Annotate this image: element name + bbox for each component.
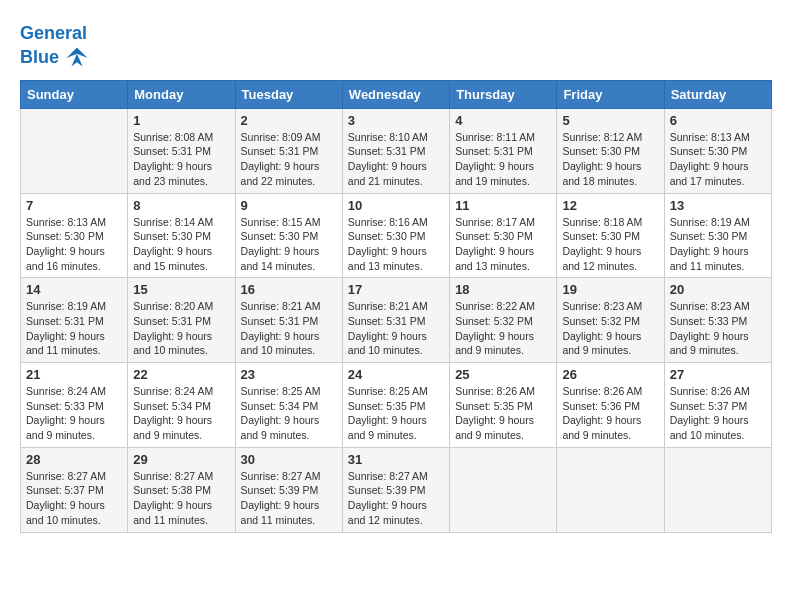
day-info: Sunrise: 8:13 AM Sunset: 5:30 PM Dayligh… — [26, 215, 122, 274]
day-number: 31 — [348, 452, 444, 467]
day-number: 13 — [670, 198, 766, 213]
calendar-table: SundayMondayTuesdayWednesdayThursdayFrid… — [20, 80, 772, 533]
day-cell: 11Sunrise: 8:17 AM Sunset: 5:30 PM Dayli… — [450, 193, 557, 278]
day-number: 4 — [455, 113, 551, 128]
day-number: 30 — [241, 452, 337, 467]
day-cell: 24Sunrise: 8:25 AM Sunset: 5:35 PM Dayli… — [342, 363, 449, 448]
day-info: Sunrise: 8:14 AM Sunset: 5:30 PM Dayligh… — [133, 215, 229, 274]
day-info: Sunrise: 8:24 AM Sunset: 5:33 PM Dayligh… — [26, 384, 122, 443]
column-header-tuesday: Tuesday — [235, 80, 342, 108]
day-cell — [21, 108, 128, 193]
day-number: 17 — [348, 282, 444, 297]
day-info: Sunrise: 8:13 AM Sunset: 5:30 PM Dayligh… — [670, 130, 766, 189]
day-number: 16 — [241, 282, 337, 297]
day-info: Sunrise: 8:27 AM Sunset: 5:39 PM Dayligh… — [348, 469, 444, 528]
day-cell: 8Sunrise: 8:14 AM Sunset: 5:30 PM Daylig… — [128, 193, 235, 278]
day-number: 15 — [133, 282, 229, 297]
day-number: 24 — [348, 367, 444, 382]
day-info: Sunrise: 8:27 AM Sunset: 5:39 PM Dayligh… — [241, 469, 337, 528]
day-cell: 18Sunrise: 8:22 AM Sunset: 5:32 PM Dayli… — [450, 278, 557, 363]
day-info: Sunrise: 8:20 AM Sunset: 5:31 PM Dayligh… — [133, 299, 229, 358]
day-cell: 2Sunrise: 8:09 AM Sunset: 5:31 PM Daylig… — [235, 108, 342, 193]
day-cell: 3Sunrise: 8:10 AM Sunset: 5:31 PM Daylig… — [342, 108, 449, 193]
day-info: Sunrise: 8:26 AM Sunset: 5:35 PM Dayligh… — [455, 384, 551, 443]
day-cell: 25Sunrise: 8:26 AM Sunset: 5:35 PM Dayli… — [450, 363, 557, 448]
day-info: Sunrise: 8:16 AM Sunset: 5:30 PM Dayligh… — [348, 215, 444, 274]
day-number: 29 — [133, 452, 229, 467]
day-number: 5 — [562, 113, 658, 128]
day-number: 7 — [26, 198, 122, 213]
day-number: 28 — [26, 452, 122, 467]
day-info: Sunrise: 8:23 AM Sunset: 5:33 PM Dayligh… — [670, 299, 766, 358]
day-number: 3 — [348, 113, 444, 128]
day-info: Sunrise: 8:08 AM Sunset: 5:31 PM Dayligh… — [133, 130, 229, 189]
header-row: SundayMondayTuesdayWednesdayThursdayFrid… — [21, 80, 772, 108]
day-number: 10 — [348, 198, 444, 213]
day-number: 2 — [241, 113, 337, 128]
column-header-friday: Friday — [557, 80, 664, 108]
day-info: Sunrise: 8:21 AM Sunset: 5:31 PM Dayligh… — [241, 299, 337, 358]
day-info: Sunrise: 8:26 AM Sunset: 5:36 PM Dayligh… — [562, 384, 658, 443]
day-info: Sunrise: 8:11 AM Sunset: 5:31 PM Dayligh… — [455, 130, 551, 189]
day-cell: 5Sunrise: 8:12 AM Sunset: 5:30 PM Daylig… — [557, 108, 664, 193]
day-number: 21 — [26, 367, 122, 382]
day-number: 6 — [670, 113, 766, 128]
day-cell: 1Sunrise: 8:08 AM Sunset: 5:31 PM Daylig… — [128, 108, 235, 193]
day-cell: 7Sunrise: 8:13 AM Sunset: 5:30 PM Daylig… — [21, 193, 128, 278]
day-number: 14 — [26, 282, 122, 297]
day-info: Sunrise: 8:15 AM Sunset: 5:30 PM Dayligh… — [241, 215, 337, 274]
day-cell: 12Sunrise: 8:18 AM Sunset: 5:30 PM Dayli… — [557, 193, 664, 278]
logo-icon — [63, 44, 91, 72]
day-cell: 30Sunrise: 8:27 AM Sunset: 5:39 PM Dayli… — [235, 447, 342, 532]
day-cell: 13Sunrise: 8:19 AM Sunset: 5:30 PM Dayli… — [664, 193, 771, 278]
day-info: Sunrise: 8:19 AM Sunset: 5:30 PM Dayligh… — [670, 215, 766, 274]
day-number: 19 — [562, 282, 658, 297]
day-number: 1 — [133, 113, 229, 128]
day-cell: 28Sunrise: 8:27 AM Sunset: 5:37 PM Dayli… — [21, 447, 128, 532]
day-cell: 26Sunrise: 8:26 AM Sunset: 5:36 PM Dayli… — [557, 363, 664, 448]
day-cell — [664, 447, 771, 532]
day-cell: 6Sunrise: 8:13 AM Sunset: 5:30 PM Daylig… — [664, 108, 771, 193]
column-header-thursday: Thursday — [450, 80, 557, 108]
day-info: Sunrise: 8:24 AM Sunset: 5:34 PM Dayligh… — [133, 384, 229, 443]
week-row-3: 14Sunrise: 8:19 AM Sunset: 5:31 PM Dayli… — [21, 278, 772, 363]
day-info: Sunrise: 8:21 AM Sunset: 5:31 PM Dayligh… — [348, 299, 444, 358]
day-cell: 27Sunrise: 8:26 AM Sunset: 5:37 PM Dayli… — [664, 363, 771, 448]
day-info: Sunrise: 8:10 AM Sunset: 5:31 PM Dayligh… — [348, 130, 444, 189]
day-info: Sunrise: 8:12 AM Sunset: 5:30 PM Dayligh… — [562, 130, 658, 189]
day-cell: 22Sunrise: 8:24 AM Sunset: 5:34 PM Dayli… — [128, 363, 235, 448]
day-number: 22 — [133, 367, 229, 382]
day-cell: 21Sunrise: 8:24 AM Sunset: 5:33 PM Dayli… — [21, 363, 128, 448]
day-cell — [450, 447, 557, 532]
column-header-sunday: Sunday — [21, 80, 128, 108]
day-number: 12 — [562, 198, 658, 213]
day-info: Sunrise: 8:27 AM Sunset: 5:38 PM Dayligh… — [133, 469, 229, 528]
column-header-saturday: Saturday — [664, 80, 771, 108]
week-row-5: 28Sunrise: 8:27 AM Sunset: 5:37 PM Dayli… — [21, 447, 772, 532]
logo-blue-text: Blue — [20, 48, 59, 68]
column-header-monday: Monday — [128, 80, 235, 108]
day-number: 27 — [670, 367, 766, 382]
logo-text: General — [20, 24, 91, 44]
day-info: Sunrise: 8:17 AM Sunset: 5:30 PM Dayligh… — [455, 215, 551, 274]
day-cell: 29Sunrise: 8:27 AM Sunset: 5:38 PM Dayli… — [128, 447, 235, 532]
day-info: Sunrise: 8:18 AM Sunset: 5:30 PM Dayligh… — [562, 215, 658, 274]
day-cell: 14Sunrise: 8:19 AM Sunset: 5:31 PM Dayli… — [21, 278, 128, 363]
header: General Blue — [20, 20, 772, 72]
day-cell: 4Sunrise: 8:11 AM Sunset: 5:31 PM Daylig… — [450, 108, 557, 193]
day-number: 25 — [455, 367, 551, 382]
week-row-2: 7Sunrise: 8:13 AM Sunset: 5:30 PM Daylig… — [21, 193, 772, 278]
day-cell: 16Sunrise: 8:21 AM Sunset: 5:31 PM Dayli… — [235, 278, 342, 363]
day-number: 11 — [455, 198, 551, 213]
day-info: Sunrise: 8:25 AM Sunset: 5:34 PM Dayligh… — [241, 384, 337, 443]
day-info: Sunrise: 8:22 AM Sunset: 5:32 PM Dayligh… — [455, 299, 551, 358]
column-header-wednesday: Wednesday — [342, 80, 449, 108]
day-number: 20 — [670, 282, 766, 297]
day-info: Sunrise: 8:09 AM Sunset: 5:31 PM Dayligh… — [241, 130, 337, 189]
day-cell: 20Sunrise: 8:23 AM Sunset: 5:33 PM Dayli… — [664, 278, 771, 363]
day-cell: 15Sunrise: 8:20 AM Sunset: 5:31 PM Dayli… — [128, 278, 235, 363]
day-cell: 9Sunrise: 8:15 AM Sunset: 5:30 PM Daylig… — [235, 193, 342, 278]
day-info: Sunrise: 8:25 AM Sunset: 5:35 PM Dayligh… — [348, 384, 444, 443]
day-cell: 31Sunrise: 8:27 AM Sunset: 5:39 PM Dayli… — [342, 447, 449, 532]
day-number: 8 — [133, 198, 229, 213]
